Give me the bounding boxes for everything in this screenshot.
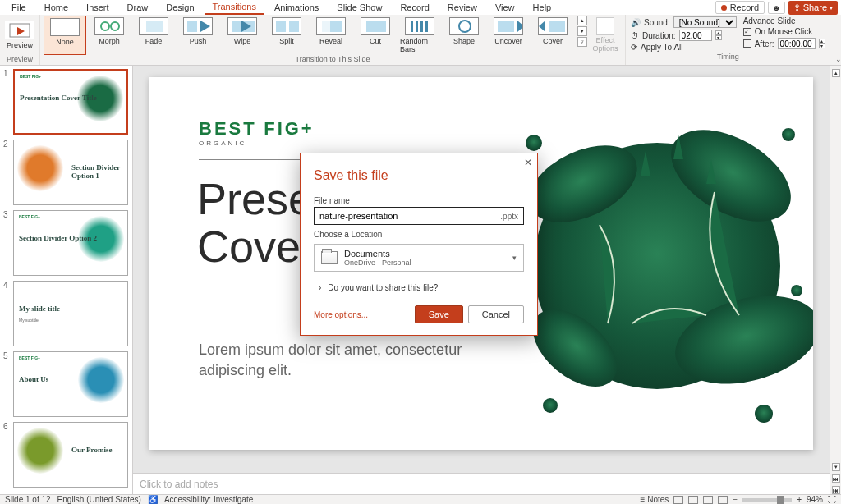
slide-subtitle[interactable]: Lorem ipsum dolor sit amet, consectetur …: [199, 340, 494, 381]
slide-thumbnail-panel[interactable]: 1BEST FIG+Presentation Cover Title2Secti…: [0, 66, 133, 494]
on-mouse-click-checkbox[interactable]: ✓: [743, 28, 751, 36]
zoom-slider[interactable]: [742, 498, 792, 502]
after-checkbox[interactable]: [743, 39, 751, 48]
cancel-button[interactable]: Cancel: [468, 305, 524, 323]
notes-pane[interactable]: Click to add notes: [133, 473, 830, 494]
transition-cut[interactable]: Cut: [354, 16, 397, 55]
zoom-percent[interactable]: 94%: [807, 495, 823, 504]
svg-marker-22: [539, 21, 545, 32]
scroll-down-icon[interactable]: ▾: [832, 463, 840, 471]
slide-thumbnail[interactable]: BEST FIG+Presentation Cover Title: [13, 69, 128, 135]
svg-rect-13: [366, 21, 386, 32]
transition-cover[interactable]: Cover: [531, 16, 574, 55]
tab-view[interactable]: View: [487, 1, 523, 14]
svg-marker-6: [200, 21, 210, 32]
transition-label: Shape: [453, 37, 475, 45]
svg-rect-17: [425, 21, 428, 32]
view-reading-icon[interactable]: [703, 496, 713, 504]
ribbon-group-preview: Preview Preview: [0, 15, 40, 65]
tab-slide-show[interactable]: Slide Show: [329, 1, 390, 14]
transition-split[interactable]: Split: [265, 16, 308, 55]
save-button[interactable]: Save: [415, 305, 463, 323]
svg-point-31: [791, 285, 802, 296]
transition-reveal[interactable]: Reveal: [310, 16, 352, 55]
slide-thumbnail[interactable]: Section Divider Option 1: [13, 140, 128, 205]
view-slideshow-icon[interactable]: [718, 496, 728, 504]
preview-button[interactable]: Preview: [3, 20, 36, 51]
sound-select[interactable]: [No Sound]: [673, 16, 737, 28]
file-ext-label[interactable]: .pptx: [495, 212, 523, 221]
duration-input[interactable]: [679, 30, 712, 41]
transition-icon: [272, 17, 301, 35]
record-button[interactable]: Record: [715, 1, 765, 14]
duration-spin[interactable]: ▴▾: [715, 30, 722, 40]
prev-slide-icon[interactable]: ⏮: [832, 474, 840, 483]
gallery-more-icon[interactable]: ▿: [577, 37, 587, 47]
slide-thumbnail[interactable]: My slide titleMy subtitle: [13, 281, 128, 346]
transition-icon: [449, 17, 479, 35]
transition-none[interactable]: None: [44, 16, 86, 55]
transition-gallery: NoneMorphFadePushWipeSplitRevealCutRando…: [44, 16, 587, 55]
zoom-out-icon[interactable]: −: [733, 495, 738, 504]
tab-record[interactable]: Record: [392, 1, 437, 14]
thumb-title: Our Promise: [71, 446, 112, 454]
svg-rect-21: [549, 21, 565, 32]
ribbon-collapse-icon[interactable]: ⌄: [830, 53, 841, 65]
transition-push[interactable]: Push: [177, 16, 219, 55]
gallery-scroll[interactable]: ▴ ▾ ▿: [577, 16, 587, 47]
transition-fade[interactable]: Fade: [132, 16, 175, 55]
transition-wipe[interactable]: Wipe: [221, 16, 264, 55]
transition-icon: [538, 17, 568, 35]
after-input[interactable]: [778, 38, 816, 49]
accessibility-status[interactable]: Accessibility: Investigate: [164, 495, 253, 504]
slide-thumbnail[interactable]: BEST FIG+About Us: [13, 351, 128, 417]
tab-transitions[interactable]: Transitions: [205, 0, 264, 15]
share-prompt-row[interactable]: › Do you want to share this file?: [301, 272, 537, 297]
slide-thumbnail[interactable]: Our Promise: [13, 422, 128, 488]
slide-thumbnail[interactable]: BEST FIG+Section Divider Option 2: [13, 210, 128, 276]
transition-random-bars[interactable]: Random Bars: [398, 16, 441, 55]
dialog-close-button[interactable]: ✕: [524, 157, 532, 168]
fit-to-window-icon[interactable]: ⛶: [828, 495, 836, 504]
feedback-button[interactable]: ☻: [768, 2, 785, 14]
tab-animations[interactable]: Animations: [266, 1, 327, 14]
transition-icon: [94, 17, 124, 35]
transition-icon: [405, 17, 434, 35]
apply-to-all-button[interactable]: ⟳ Apply To All: [631, 43, 737, 52]
thumb-number: 5: [3, 351, 10, 417]
on-mouse-label: On Mouse Click: [755, 27, 813, 36]
share-button[interactable]: ⇪ Share ▾: [788, 1, 838, 15]
tab-file[interactable]: File: [3, 1, 34, 14]
transition-label: Morph: [99, 37, 120, 45]
tab-review[interactable]: Review: [439, 1, 485, 14]
transition-label: Fade: [145, 37, 163, 45]
tab-help[interactable]: Help: [525, 1, 560, 14]
tab-draw[interactable]: Draw: [119, 1, 157, 14]
view-normal-icon[interactable]: [673, 496, 683, 504]
thumb-title: Presentation Cover Title: [20, 94, 97, 102]
next-slide-icon[interactable]: ⏭: [832, 486, 840, 494]
view-sorter-icon[interactable]: [688, 496, 698, 504]
notes-toggle[interactable]: ≡ Notes: [641, 495, 669, 504]
slide-position[interactable]: Slide 1 of 12: [5, 495, 51, 504]
transition-morph[interactable]: Morph: [88, 16, 131, 55]
location-select[interactable]: Documents OneDrive - Personal ▾: [314, 244, 524, 272]
transition-shape[interactable]: Shape: [443, 16, 485, 55]
gallery-up-icon[interactable]: ▴: [577, 16, 587, 25]
file-name-field[interactable]: .pptx: [314, 207, 524, 225]
record-dot-icon: [721, 5, 727, 11]
tab-insert[interactable]: Insert: [78, 1, 117, 14]
after-spin[interactable]: ▴▾: [819, 39, 825, 48]
tab-home[interactable]: Home: [36, 1, 76, 14]
vertical-scrollbar[interactable]: ▴ ▾ ⏮ ⏭: [830, 66, 841, 494]
transition-label: Random Bars: [400, 37, 439, 53]
more-options-link[interactable]: More options...: [314, 310, 368, 319]
tab-design[interactable]: Design: [158, 1, 202, 14]
language-status[interactable]: English (United States): [57, 495, 141, 504]
location-sub: OneDrive - Personal: [344, 259, 506, 267]
zoom-in-icon[interactable]: +: [797, 495, 802, 504]
gallery-down-icon[interactable]: ▾: [577, 26, 587, 36]
transition-uncover[interactable]: Uncover: [487, 16, 530, 55]
file-name-input[interactable]: [315, 211, 495, 221]
scroll-up-icon[interactable]: ▴: [832, 69, 840, 77]
